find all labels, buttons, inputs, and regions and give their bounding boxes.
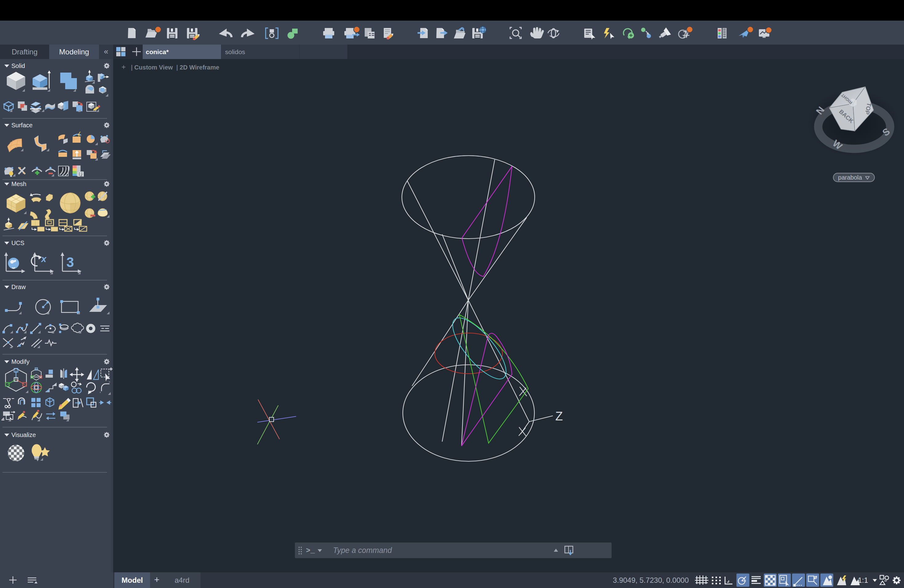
svg-text:Z: Z <box>555 409 563 423</box>
svg-text:>_: >_ <box>306 547 315 555</box>
svg-text:3: 3 <box>66 254 74 270</box>
svg-text:x: x <box>41 254 47 264</box>
